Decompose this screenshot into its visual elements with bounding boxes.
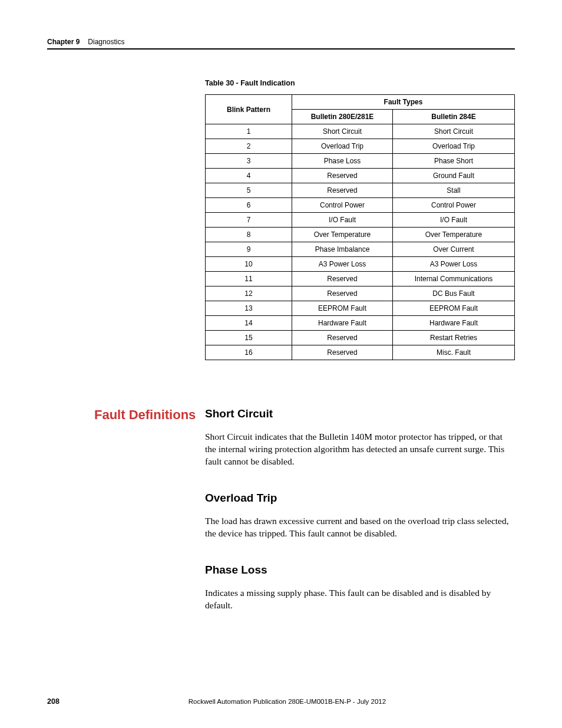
bulletin-284e-cell: Phase Short xyxy=(393,154,515,169)
col-fault-types: Fault Types xyxy=(292,95,515,110)
short-circuit-heading: Short Circuit xyxy=(205,407,515,420)
bulletin-284e-cell: Restart Retries xyxy=(393,331,515,345)
blink-pattern-cell: 6 xyxy=(206,198,292,213)
table-row: 2Overload TripOverload Trip xyxy=(206,139,515,154)
bulletin-284e-cell: Hardware Fault xyxy=(393,316,515,331)
bulletin-280e-cell: EEPROM Fault xyxy=(292,301,393,316)
table-row: 5ReservedStall xyxy=(206,183,515,198)
chapter-label: Chapter 9 xyxy=(47,38,80,46)
blink-pattern-cell: 12 xyxy=(206,286,292,301)
fault-definitions-heading: Fault Definitions xyxy=(94,407,196,423)
page-header: Chapter 9 Diagnostics xyxy=(47,38,515,50)
blink-pattern-cell: 1 xyxy=(206,124,292,139)
table-row: 12ReservedDC Bus Fault xyxy=(206,286,515,301)
col-blink-pattern: Blink Pattern xyxy=(206,95,292,124)
bulletin-284e-cell: A3 Power Loss xyxy=(393,257,515,272)
bulletin-280e-cell: Reserved xyxy=(292,169,393,183)
blink-pattern-cell: 9 xyxy=(206,242,292,257)
blink-pattern-cell: 10 xyxy=(206,257,292,272)
bulletin-280e-cell: Control Power xyxy=(292,198,393,213)
bulletin-284e-cell: Internal Communications xyxy=(393,272,515,286)
phase-loss-body: Indicates a missing supply phase. This f… xyxy=(205,587,515,612)
table-row: 11ReservedInternal Communications xyxy=(206,272,515,286)
table-row: 8Over TemperatureOver Temperature xyxy=(206,228,515,242)
blink-pattern-cell: 7 xyxy=(206,213,292,228)
overload-trip-heading: Overload Trip xyxy=(205,492,515,505)
bulletin-284e-cell: Ground Fault xyxy=(393,169,515,183)
table-row: 9Phase ImbalanceOver Current xyxy=(206,242,515,257)
blink-pattern-cell: 8 xyxy=(206,228,292,242)
table-row: 6Control PowerControl Power xyxy=(206,198,515,213)
blink-pattern-cell: 14 xyxy=(206,316,292,331)
section-label: Diagnostics xyxy=(88,38,124,46)
blink-pattern-cell: 11 xyxy=(206,272,292,286)
phase-loss-heading: Phase Loss xyxy=(205,564,515,577)
table-caption: Table 30 - Fault Indication xyxy=(205,79,515,87)
bulletin-280e-cell: A3 Power Loss xyxy=(292,257,393,272)
table-row: 7I/O FaultI/O Fault xyxy=(206,213,515,228)
table-row: 14Hardware FaultHardware Fault xyxy=(206,316,515,331)
table-row: 16ReservedMisc. Fault xyxy=(206,345,515,360)
bulletin-280e-cell: Overload Trip xyxy=(292,139,393,154)
col-bulletin-280e-281e: Bulletin 280E/281E xyxy=(292,110,393,124)
blink-pattern-cell: 16 xyxy=(206,345,292,360)
bulletin-284e-cell: Over Current xyxy=(393,242,515,257)
bulletin-280e-cell: I/O Fault xyxy=(292,213,393,228)
bulletin-280e-cell: Phase Imbalance xyxy=(292,242,393,257)
bulletin-280e-cell: Reserved xyxy=(292,183,393,198)
table-row: 10A3 Power LossA3 Power Loss xyxy=(206,257,515,272)
table-row: 13EEPROM FaultEEPROM Fault xyxy=(206,301,515,316)
table-row: 3Phase LossPhase Short xyxy=(206,154,515,169)
bulletin-280e-cell: Reserved xyxy=(292,272,393,286)
bulletin-280e-cell: Over Temperature xyxy=(292,228,393,242)
bulletin-284e-cell: DC Bus Fault xyxy=(393,286,515,301)
blink-pattern-cell: 5 xyxy=(206,183,292,198)
blink-pattern-cell: 15 xyxy=(206,331,292,345)
bulletin-284e-cell: EEPROM Fault xyxy=(393,301,515,316)
bulletin-284e-cell: I/O Fault xyxy=(393,213,515,228)
bulletin-284e-cell: Stall xyxy=(393,183,515,198)
bulletin-280e-cell: Hardware Fault xyxy=(292,316,393,331)
short-circuit-body: Short Circuit indicates that the Bulleti… xyxy=(205,431,515,468)
bulletin-280e-cell: Reserved xyxy=(292,331,393,345)
bulletin-284e-cell: Misc. Fault xyxy=(393,345,515,360)
table-row: 1Short CircuitShort Circuit xyxy=(206,124,515,139)
overload-trip-body: The load has drawn excessive current and… xyxy=(205,515,515,540)
col-bulletin-284e: Bulletin 284E xyxy=(393,110,515,124)
publication-info: Rockwell Automation Publication 280E-UM0… xyxy=(59,698,515,705)
blink-pattern-cell: 13 xyxy=(206,301,292,316)
bulletin-280e-cell: Reserved xyxy=(292,286,393,301)
fault-indication-table: Blink Pattern Fault Types Bulletin 280E/… xyxy=(205,94,515,360)
bulletin-280e-cell: Reserved xyxy=(292,345,393,360)
table-row: 15ReservedRestart Retries xyxy=(206,331,515,345)
blink-pattern-cell: 4 xyxy=(206,169,292,183)
bulletin-284e-cell: Overload Trip xyxy=(393,139,515,154)
bulletin-284e-cell: Over Temperature xyxy=(393,228,515,242)
blink-pattern-cell: 2 xyxy=(206,139,292,154)
page-footer: 208 Rockwell Automation Publication 280E… xyxy=(47,697,515,706)
bulletin-280e-cell: Phase Loss xyxy=(292,154,393,169)
bulletin-284e-cell: Short Circuit xyxy=(393,124,515,139)
table-row: 4ReservedGround Fault xyxy=(206,169,515,183)
blink-pattern-cell: 3 xyxy=(206,154,292,169)
bulletin-284e-cell: Control Power xyxy=(393,198,515,213)
page-number: 208 xyxy=(47,697,59,706)
bulletin-280e-cell: Short Circuit xyxy=(292,124,393,139)
